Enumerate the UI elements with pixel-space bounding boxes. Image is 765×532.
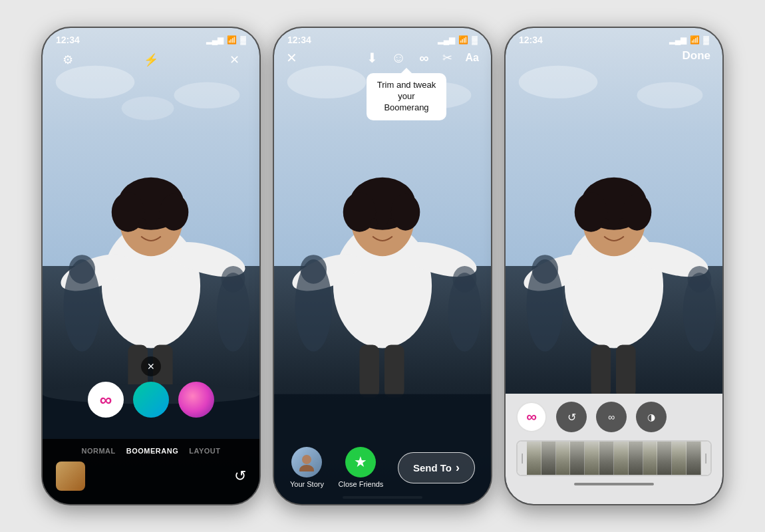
svg-point-54 (532, 255, 559, 283)
scissors-icon[interactable]: ✂ (442, 51, 452, 65)
filmstrip-frames (527, 442, 701, 475)
effect-buttons: ∞ ↺ ∞ ◑ (516, 402, 712, 432)
frame-10 (657, 442, 672, 475)
phone-1: 12:34 ▂▄▆ 📶 ▓ ⚙ ⚡ ✕ ✕ ∞ NORMAL BOOMERANG (41, 27, 261, 505)
bottom-row: ↺ (53, 462, 249, 491)
svg-point-15 (69, 255, 96, 283)
send-to-button[interactable]: Send To › (398, 452, 475, 483)
boomerang-mode[interactable]: BOOMERANG (126, 447, 178, 455)
status-bar: 12:34 ▂▄▆ 📶 ▓ (43, 28, 259, 48)
svg-point-28 (391, 194, 420, 230)
normal-mode[interactable]: NORMAL (82, 447, 116, 455)
status-time: 12:34 (56, 35, 80, 45)
filmstrip[interactable] (516, 440, 712, 476)
signal-icon: ▂▄▆ (669, 35, 687, 45)
done-button[interactable]: Done (683, 49, 711, 62)
toolbar-icons: ⬇ ☺ ∞ ✂ Aa (367, 49, 479, 66)
svg-point-9 (160, 194, 188, 230)
bottom-bar: NORMAL BOOMERANG LAYOUT ↺ (43, 439, 259, 504)
pattern-option[interactable] (178, 382, 214, 418)
sticker-icon[interactable]: ☺ (391, 49, 406, 66)
frame-11 (672, 442, 687, 475)
phone-2: 12:34 ▂▄▆ 📶 ▓ ✕ ⬇ ☺ ∞ ✂ Aa Trim and twea… (273, 27, 492, 505)
close-friends-label: Close Friends (339, 480, 384, 488)
frame-6 (599, 442, 614, 475)
phone-3: 12:34 ▂▄▆ 📶 ▓ Done ∞ ↺ ∞ ◑ (504, 27, 724, 505)
wifi-icon: 📶 (690, 35, 700, 45)
flash-icon[interactable]: ⚡ (140, 49, 162, 70)
frame-9 (643, 442, 658, 475)
status-bar: 12:34 ▂▄▆ 📶 ▓ (274, 28, 491, 48)
download-icon[interactable]: ⬇ (367, 50, 378, 66)
filmstrip-right-handle[interactable] (701, 442, 710, 475)
status-icons: ▂▄▆ 📶 ▓ (206, 35, 246, 45)
svg-point-56 (688, 266, 712, 293)
status-icons: ▂▄▆ 📶 ▓ (669, 35, 709, 45)
svg-point-48 (623, 194, 651, 230)
your-story-avatar (291, 447, 322, 477)
cancel-button[interactable]: ✕ (141, 356, 161, 376)
svg-point-39 (299, 465, 314, 471)
top-controls: ✕ ⬇ ☺ ∞ ✂ Aa (274, 49, 491, 66)
svg-point-2 (122, 96, 174, 120)
flip-camera-icon[interactable]: ↺ (234, 467, 246, 485)
svg-point-20 (287, 66, 367, 98)
svg-rect-31 (359, 345, 379, 398)
boomerang-selector: ✕ ∞ (88, 382, 214, 418)
svg-point-34 (301, 255, 327, 283)
close-friends-avatar: ★ (345, 447, 376, 477)
svg-point-0 (56, 66, 135, 98)
top-controls: ⚙ ⚡ ✕ (43, 49, 259, 70)
close-icon[interactable]: ✕ (224, 49, 245, 70)
battery-icon: ▓ (703, 35, 709, 45)
share-row: Your Story ★ Close Friends Send To › (285, 447, 480, 488)
svg-rect-52 (616, 345, 636, 398)
speed-effect-button[interactable]: ◑ (636, 402, 667, 432)
reverse-effect-button[interactable]: ↺ (556, 402, 587, 432)
wifi-icon: 📶 (227, 35, 237, 45)
svg-rect-51 (591, 345, 611, 398)
your-story-label: Your Story (290, 480, 324, 488)
signal-icon: ▂▄▆ (206, 35, 224, 45)
bottom-edit-panel: ∞ ↺ ∞ ◑ (506, 394, 722, 504)
svg-point-49 (601, 219, 609, 228)
gallery-thumbnail[interactable] (56, 462, 85, 491)
text-icon[interactable]: Aa (466, 52, 479, 64)
status-time: 12:34 (519, 35, 543, 45)
filmstrip-left-handle[interactable] (518, 442, 527, 475)
svg-point-30 (387, 219, 395, 228)
boomerang-effect-button[interactable]: ∞ (516, 402, 547, 432)
svg-point-29 (370, 219, 378, 228)
frame-7 (614, 442, 629, 475)
svg-point-41 (637, 82, 703, 108)
settings-icon[interactable]: ⚙ (57, 49, 78, 70)
frame-12 (687, 442, 701, 475)
close-friends-option[interactable]: ★ Close Friends (339, 447, 384, 488)
status-icons: ▂▄▆ 📶 ▓ (438, 35, 478, 45)
close-button[interactable]: ✕ (286, 50, 297, 66)
svg-point-40 (519, 66, 598, 98)
boomerang-icon[interactable]: ∞ (419, 51, 428, 66)
your-story-option[interactable]: Your Story (290, 447, 324, 488)
status-bar: 12:34 ▂▄▆ 📶 ▓ (506, 28, 722, 48)
svg-rect-32 (384, 345, 404, 398)
signal-icon: ▂▄▆ (438, 35, 456, 45)
svg-point-1 (174, 82, 240, 108)
home-indicator (574, 483, 654, 485)
status-time: 12:34 (287, 35, 311, 45)
gradient-option[interactable] (133, 382, 169, 418)
frame-4 (570, 442, 585, 475)
top-controls: Done (683, 49, 711, 63)
svg-point-36 (453, 266, 477, 293)
frame-3 (556, 442, 571, 475)
battery-icon: ▓ (240, 35, 246, 45)
mode-selector: NORMAL BOOMERANG LAYOUT (53, 447, 249, 455)
frame-2 (541, 442, 556, 475)
battery-icon: ▓ (472, 35, 478, 45)
frame-5 (585, 442, 599, 475)
loop-effect-button[interactable]: ∞ (596, 402, 627, 432)
svg-point-50 (619, 219, 627, 228)
boomerang-option[interactable]: ∞ (88, 382, 124, 418)
layout-mode[interactable]: LAYOUT (189, 447, 220, 455)
svg-point-10 (138, 219, 146, 228)
